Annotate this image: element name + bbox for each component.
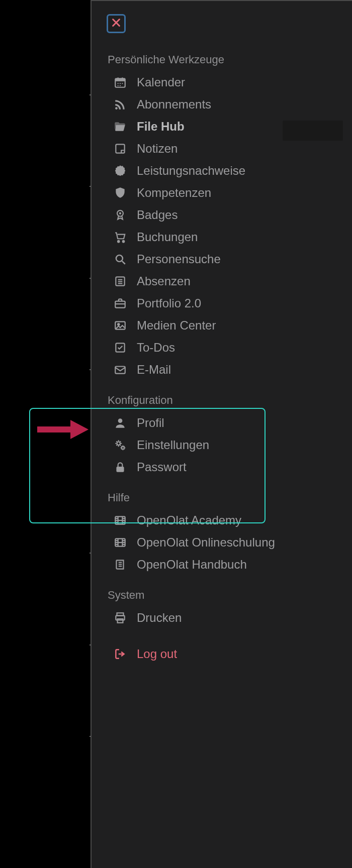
- note-icon: [113, 142, 128, 155]
- menu-label: Log out: [137, 647, 177, 661]
- left-background: [0, 0, 91, 868]
- menu-item-drucken[interactable]: Drucken: [107, 607, 337, 629]
- menu-label: OpenOlat Academy: [137, 513, 241, 527]
- book-icon: [113, 558, 128, 571]
- menu-label: Abonnements: [137, 97, 211, 112]
- svg-point-5: [118, 83, 119, 84]
- svg-point-15: [123, 241, 124, 242]
- svg-rect-22: [115, 301, 125, 308]
- svg-line-17: [122, 261, 125, 264]
- film-icon: [113, 514, 128, 527]
- print-icon: [113, 611, 128, 624]
- svg-point-10: [115, 107, 118, 110]
- svg-point-8: [118, 85, 119, 86]
- menu-item-portfolio[interactable]: Portfolio 2.0: [107, 292, 337, 314]
- menu-item-leistungsnachweise[interactable]: Leistungsnachweise: [107, 160, 337, 182]
- menu-item-kompetenzen[interactable]: Kompetenzen: [107, 182, 337, 204]
- menu-label: Buchungen: [137, 230, 198, 244]
- badge-icon: [113, 208, 128, 222]
- close-icon: [111, 17, 122, 30]
- menu-item-personensuche[interactable]: Personensuche: [107, 248, 337, 270]
- menu-label: OpenOlat Handbuch: [137, 558, 247, 572]
- gears-icon: [113, 439, 128, 452]
- search-icon: [113, 253, 128, 266]
- menu-label: File Hub: [137, 120, 185, 134]
- menu-item-logout[interactable]: Log out: [107, 643, 337, 665]
- svg-point-25: [118, 323, 119, 325]
- menu-label: Badges: [137, 208, 178, 222]
- menu-label: Profil: [137, 416, 164, 430]
- svg-rect-11: [116, 144, 124, 153]
- svg-rect-1: [115, 78, 125, 81]
- list-icon: [113, 275, 128, 288]
- image-icon: [113, 319, 128, 332]
- cart-icon: [113, 231, 128, 244]
- lock-icon: [113, 461, 128, 474]
- close-button[interactable]: [107, 14, 126, 33]
- svg-point-9: [120, 85, 121, 86]
- menu-label: Kalender: [137, 75, 185, 89]
- section-title-help: Hilfe: [108, 491, 337, 504]
- mail-icon: [113, 363, 128, 376]
- menu-label: Kompetenzen: [137, 186, 211, 200]
- svg-point-6: [120, 83, 121, 84]
- folder-open-icon: [113, 120, 128, 133]
- menu-label: Portfolio 2.0: [137, 296, 201, 310]
- redaction-block: [283, 121, 343, 141]
- menu-item-academy[interactable]: OpenOlat Academy: [107, 509, 337, 531]
- menu-label: Medien Center: [137, 318, 216, 333]
- seal-icon: [113, 164, 128, 177]
- briefcase-icon: [113, 297, 128, 310]
- svg-point-7: [122, 83, 123, 84]
- rss-icon: [113, 98, 128, 111]
- section-title-tools: Persönliche Werkzeuge: [108, 53, 337, 66]
- menu-label: To-Dos: [137, 341, 175, 355]
- menu-item-passwort[interactable]: Passwort: [107, 456, 337, 478]
- logout-icon: [113, 647, 128, 661]
- menu-label: Leistungsnachweise: [137, 164, 245, 178]
- menu-item-onlineschulung[interactable]: OpenOlat Onlineschulung: [107, 531, 337, 554]
- menu-item-profil[interactable]: Profil: [107, 412, 337, 434]
- menu-label: Personensuche: [137, 252, 221, 266]
- svg-point-14: [118, 241, 119, 242]
- menu-item-abonnements[interactable]: Abonnements: [107, 93, 337, 116]
- shield-icon: [113, 186, 128, 199]
- svg-point-13: [119, 212, 121, 214]
- svg-point-28: [118, 418, 123, 423]
- calendar-icon: [113, 76, 128, 89]
- svg-point-30: [122, 447, 124, 449]
- menu-item-badges[interactable]: Badges: [107, 204, 337, 226]
- user-icon: [113, 416, 128, 429]
- menu-item-notizen[interactable]: Notizen: [107, 138, 337, 160]
- menu-label: Drucken: [137, 611, 182, 625]
- menu-label: E-Mail: [137, 363, 171, 377]
- menu-item-einstellungen[interactable]: Einstellungen: [107, 434, 337, 456]
- svg-point-29: [117, 442, 121, 446]
- menu-label: Passwort: [137, 460, 187, 474]
- menu-item-kalender[interactable]: Kalender: [107, 71, 337, 93]
- svg-rect-31: [116, 467, 124, 472]
- film-icon: [113, 536, 128, 549]
- menu-label: Absenzen: [137, 274, 191, 288]
- menu-item-handbuch[interactable]: OpenOlat Handbuch: [107, 554, 337, 576]
- menu-label: Notizen: [137, 142, 178, 156]
- menu-item-absenzen[interactable]: Absenzen: [107, 270, 337, 292]
- section-title-system: System: [108, 589, 337, 602]
- menu-item-buchungen[interactable]: Buchungen: [107, 226, 337, 248]
- menu-label: Einstellungen: [137, 438, 209, 452]
- svg-rect-27: [115, 367, 125, 374]
- menu-item-mediencenter[interactable]: Medien Center: [107, 314, 337, 337]
- menu-item-todos[interactable]: To-Dos: [107, 337, 337, 359]
- check-square-icon: [113, 341, 128, 354]
- svg-point-16: [116, 255, 123, 262]
- section-title-config: Konfiguration: [108, 394, 337, 407]
- menu-item-email[interactable]: E-Mail: [107, 359, 337, 381]
- menu-label: OpenOlat Onlineschulung: [137, 535, 275, 550]
